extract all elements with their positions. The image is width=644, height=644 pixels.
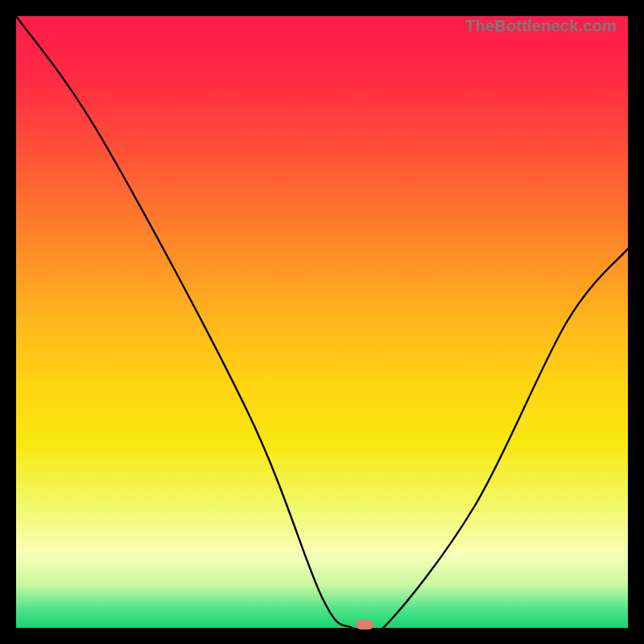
plot-area: TheBottleneck.com <box>16 16 628 628</box>
optimal-marker <box>356 620 374 630</box>
bottleneck-curve <box>16 16 628 628</box>
chart-frame: TheBottleneck.com <box>0 0 644 644</box>
